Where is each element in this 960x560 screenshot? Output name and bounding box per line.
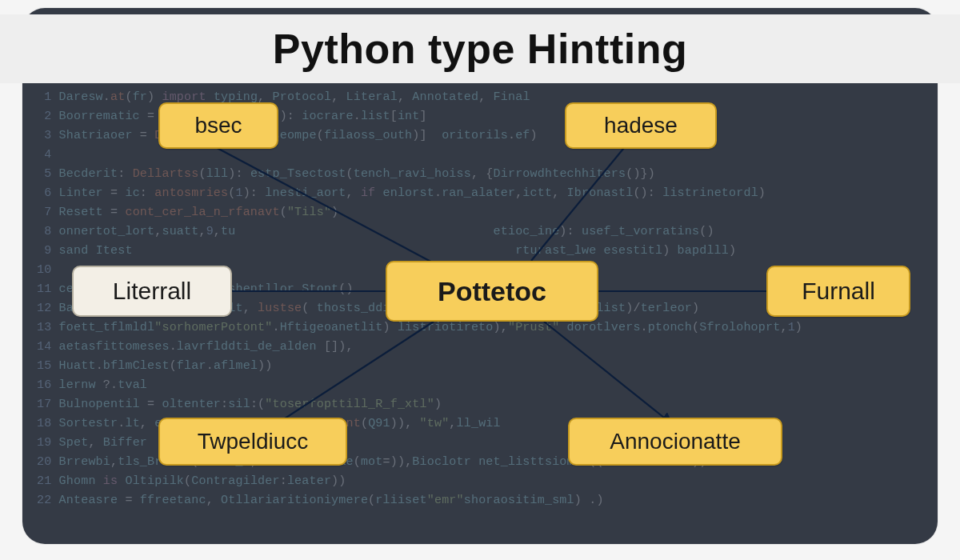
node-left: Literrall	[72, 266, 232, 317]
node-top-right-label: hadese	[604, 113, 678, 138]
node-right-label: Furnall	[802, 278, 875, 305]
edge-center-to-bottom-left	[264, 322, 434, 432]
diagram-canvas: 1 Daresw.at(fr) import typing, Protocol,…	[22, 8, 938, 544]
node-top-right: hadese	[565, 102, 717, 149]
node-bottom-left-label: Twpeldiucc	[198, 429, 309, 454]
node-bottom-right: Annocionatte	[568, 418, 782, 466]
node-bottom-left: Twpeldiucc	[158, 418, 347, 466]
node-right: Furnall	[766, 266, 910, 317]
node-left-label: Literrall	[113, 278, 191, 305]
node-center: Pottetoc	[386, 261, 598, 322]
edge-center-to-top-left	[210, 144, 438, 266]
edge-center-to-top-right	[531, 144, 627, 261]
edge-center-to-bottom-right	[544, 322, 672, 424]
node-center-label: Pottetoc	[438, 276, 546, 307]
node-bottom-right-label: Annocionatte	[610, 429, 740, 454]
node-top-left: bsec	[158, 102, 278, 149]
node-top-left-label: bsec	[194, 113, 242, 138]
